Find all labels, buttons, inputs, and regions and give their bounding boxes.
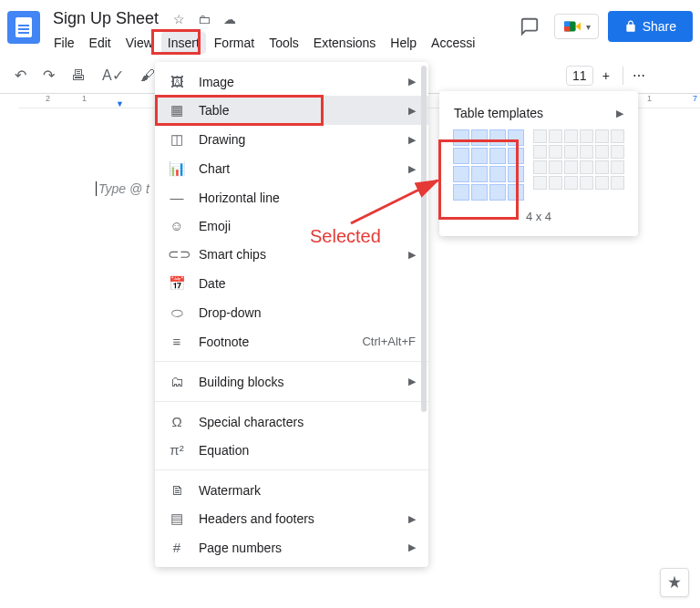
- submenu-arrow-icon: ▶: [408, 376, 416, 387]
- grid-cell[interactable]: [533, 176, 547, 190]
- grid-cell[interactable]: [453, 129, 469, 146]
- share-button[interactable]: Share: [608, 11, 693, 42]
- ruler-mark: 7: [693, 94, 697, 103]
- grid-cell[interactable]: [508, 148, 524, 164]
- menu-extensions[interactable]: Extensions: [307, 32, 382, 54]
- dropdown-scrollbar[interactable]: [421, 66, 427, 448]
- menu-item-date[interactable]: 📅Date: [155, 269, 428, 298]
- grid-cell[interactable]: [489, 166, 506, 182]
- cloud-status-icon[interactable]: ☁: [220, 8, 240, 30]
- grid-cell[interactable]: [471, 184, 488, 201]
- menu-item-smart-chips[interactable]: ⊂⊃Smart chips▶: [155, 240, 428, 269]
- move-icon[interactable]: 🗀: [194, 8, 214, 30]
- menu-item-label: Special characters: [199, 415, 416, 429]
- grid-cell[interactable]: [471, 166, 488, 182]
- menu-file[interactable]: File: [47, 32, 81, 54]
- more-toolbar-icon[interactable]: ⋯: [629, 65, 651, 87]
- grid-cell[interactable]: [580, 129, 593, 143]
- grid-cell[interactable]: [533, 145, 547, 159]
- grid-cell[interactable]: [580, 176, 593, 190]
- special-characters-icon: Ω: [168, 414, 186, 429]
- grid-cell[interactable]: [611, 145, 624, 159]
- font-size-increase[interactable]: +: [595, 65, 617, 87]
- menu-item-image[interactable]: 🖼Image▶: [155, 67, 428, 96]
- grid-cell[interactable]: [453, 184, 469, 201]
- menu-item-building-blocks[interactable]: 🗂Building blocks▶: [155, 367, 428, 396]
- menu-item-table[interactable]: ▦Table▶: [155, 96, 428, 125]
- grid-cell[interactable]: [595, 129, 609, 143]
- document-title[interactable]: Sign Up Sheet: [47, 7, 164, 30]
- submenu-arrow-icon: ▶: [408, 249, 416, 261]
- docs-logo-icon[interactable]: [7, 11, 40, 44]
- menubar: FileEditViewInsertFormatToolsExtensionsH…: [47, 32, 514, 54]
- grid-cell[interactable]: [611, 129, 624, 143]
- grid-cell[interactable]: [611, 160, 624, 174]
- meet-button[interactable]: ▾: [554, 14, 599, 39]
- table-size-grid[interactable]: [533, 129, 624, 201]
- explore-button[interactable]: [660, 568, 689, 597]
- header-right: ▾ Share: [514, 7, 693, 42]
- menu-tools[interactable]: Tools: [262, 32, 305, 54]
- annotation-label: Selected: [310, 226, 381, 247]
- grid-cell[interactable]: [549, 129, 562, 143]
- grid-cell[interactable]: [549, 160, 562, 174]
- menu-item-watermark[interactable]: 🗎Watermark: [155, 476, 428, 504]
- menu-help[interactable]: Help: [384, 32, 423, 54]
- print-button[interactable]: 🖶: [64, 62, 93, 89]
- menu-insert[interactable]: Insert: [161, 32, 206, 54]
- grid-cell[interactable]: [508, 166, 524, 182]
- app-header: Sign Up Sheet ☆ 🗀 ☁ FileEditViewInsertFo…: [0, 0, 700, 54]
- grid-cell[interactable]: [611, 176, 624, 190]
- menu-item-page-numbers[interactable]: #Page numbers▶: [155, 533, 428, 562]
- grid-cell[interactable]: [580, 145, 593, 159]
- grid-cell[interactable]: [489, 148, 506, 164]
- spellcheck-button[interactable]: A✓: [95, 61, 131, 89]
- grid-cell[interactable]: [489, 129, 506, 146]
- menu-item-label: Building blocks: [199, 375, 396, 389]
- svg-line-3: [351, 180, 438, 223]
- grid-cell[interactable]: [549, 176, 562, 190]
- grid-cell[interactable]: [471, 129, 488, 146]
- grid-cell[interactable]: [564, 145, 578, 159]
- redo-button[interactable]: ↷: [36, 61, 62, 89]
- grid-cell[interactable]: [489, 184, 506, 201]
- indent-marker-icon[interactable]: ▼: [116, 99, 124, 108]
- menu-item-label: Headers and footers: [199, 511, 396, 526]
- undo-button[interactable]: ↶: [7, 61, 34, 89]
- menu-item-special-characters[interactable]: ΩSpecial characters: [155, 407, 428, 436]
- grid-cell[interactable]: [508, 184, 524, 201]
- drawing-icon: ◫: [168, 131, 186, 148]
- menu-item-footnote[interactable]: ≡FootnoteCtrl+Alt+F: [155, 327, 428, 356]
- grid-cell[interactable]: [453, 166, 469, 182]
- menu-item-drawing[interactable]: ◫Drawing▶: [155, 125, 428, 154]
- menu-item-label: Watermark: [199, 483, 416, 498]
- menu-view[interactable]: View: [119, 32, 160, 54]
- emoji-icon: ☺: [168, 218, 186, 233]
- menu-edit[interactable]: Edit: [83, 32, 118, 54]
- grid-cell[interactable]: [564, 176, 578, 190]
- comments-icon[interactable]: [514, 11, 545, 42]
- menu-item-label: Footnote: [199, 335, 349, 349]
- grid-cell[interactable]: [533, 129, 547, 143]
- grid-cell[interactable]: [564, 160, 578, 174]
- grid-cell[interactable]: [595, 145, 609, 159]
- grid-cell[interactable]: [549, 145, 562, 159]
- grid-cell[interactable]: [508, 129, 524, 146]
- font-size-input[interactable]: 11: [566, 66, 593, 86]
- menu-item-equation[interactable]: π²Equation: [155, 436, 428, 464]
- menu-item-headers-and-footers[interactable]: ▤Headers and footers▶: [155, 504, 428, 533]
- menu-item-drop-down[interactable]: ⬭Drop-down: [155, 298, 428, 327]
- menu-format[interactable]: Format: [208, 32, 261, 54]
- grid-cell[interactable]: [595, 160, 609, 174]
- star-icon[interactable]: ☆: [170, 8, 189, 30]
- grid-cell[interactable]: [471, 148, 488, 164]
- grid-cell[interactable]: [564, 129, 578, 143]
- grid-cell[interactable]: [533, 160, 547, 174]
- submenu-title[interactable]: Table templates: [454, 106, 543, 120]
- menu-accessi[interactable]: Accessi: [425, 32, 481, 54]
- grid-cell[interactable]: [453, 148, 469, 164]
- table-size-grid-selected[interactable]: [453, 129, 524, 201]
- footnote-icon: ≡: [168, 334, 186, 349]
- grid-cell[interactable]: [595, 176, 609, 190]
- grid-cell[interactable]: [580, 160, 593, 174]
